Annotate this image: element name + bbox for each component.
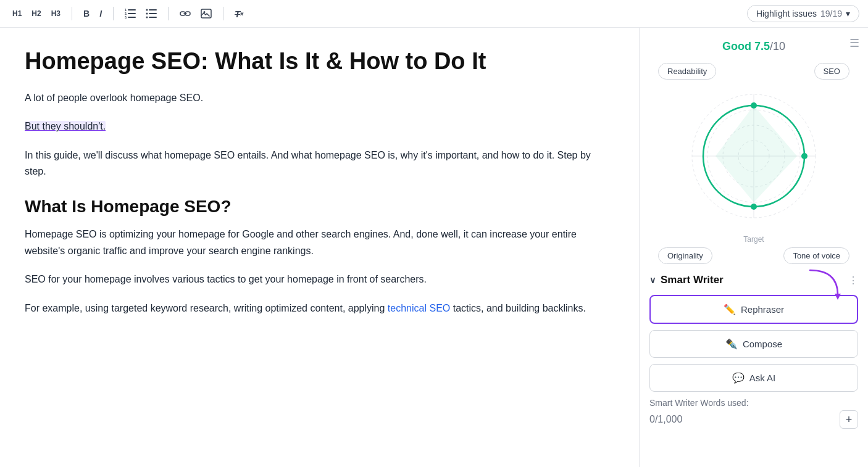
radar-top-labels: Readability SEO [652, 63, 856, 80]
seo-label[interactable]: SEO [814, 63, 849, 80]
unordered-list-button[interactable] [142, 6, 161, 21]
paragraph-4: SEO for your homepage involves various t… [25, 271, 614, 287]
svg-point-9 [146, 9, 148, 11]
paragraph-2: In this guide, we'll discuss what homepa… [25, 147, 614, 180]
svg-rect-8 [149, 17, 157, 18]
bold-button[interactable]: B [80, 7, 93, 20]
target-label: Target [652, 235, 856, 244]
rephraser-button-container: ✏️ Rephraser [649, 295, 858, 324]
article-title: Homepage SEO: What Is It & How to Do It [25, 48, 614, 75]
svg-point-22 [751, 102, 757, 109]
h3-button[interactable]: H3 [48, 7, 64, 20]
smart-writer-header: ∨ Smart Writer ⋮ [649, 274, 858, 286]
divider-2 [113, 7, 114, 20]
svg-marker-20 [716, 105, 797, 202]
divider-1 [72, 7, 72, 20]
originality-label[interactable]: Originality [658, 247, 712, 264]
svg-rect-1 [128, 13, 136, 14]
highlight-count: 19/19 [820, 9, 842, 19]
highlight-label: Highlight issues [756, 9, 817, 19]
rephraser-button[interactable]: ✏️ Rephraser [649, 295, 858, 324]
image-button[interactable] [197, 6, 215, 21]
panel-menu-icon[interactable]: ☰ [849, 36, 859, 50]
score-section: Good 7.5/10 Readability SEO [640, 28, 868, 264]
technical-seo-link[interactable]: technical SEO [388, 303, 450, 313]
paragraph-1: A lot of people overlook homepage SEO. [25, 90, 614, 106]
paragraph-5-before-link: For example, using targeted keyword rese… [25, 303, 388, 313]
radar-chart [680, 82, 828, 230]
svg-point-24 [751, 204, 757, 210]
score-denom: /10 [770, 40, 785, 52]
heading-2: What Is Homepage SEO? [25, 197, 614, 217]
divider-3 [168, 7, 169, 20]
svg-rect-6 [149, 9, 157, 10]
words-used-row: 0/1,000 + [649, 410, 858, 429]
paragraph-5: For example, using targeted keyword rese… [25, 300, 614, 316]
right-panel: ☰ Good 7.5/10 Readability SEO [640, 28, 868, 467]
score-value: 7.5 [754, 40, 770, 52]
list-group: 1.2.3. [121, 6, 161, 21]
ask-ai-icon: 💬 [732, 372, 745, 384]
smart-writer-section: ∨ Smart Writer ⋮ ✏️ Rephraser ✒️ [640, 264, 868, 429]
ask-ai-button[interactable]: 💬 Ask AI [649, 364, 858, 392]
svg-text:3.: 3. [125, 15, 128, 19]
highlighted-sentence: But they shouldn't. [25, 121, 106, 131]
h1-button[interactable]: H1 [9, 7, 25, 20]
svg-rect-0 [128, 9, 136, 10]
compose-button[interactable]: ✒️ Compose [649, 330, 858, 358]
svg-rect-2 [128, 17, 136, 18]
format-group: B I [80, 7, 106, 20]
radar-bottom-labels: Originality Tone of voice [652, 247, 856, 264]
main-layout: Homepage SEO: What Is It & How to Do It … [0, 28, 868, 467]
compose-icon: ✒️ [725, 338, 738, 350]
smart-writer-title: ∨ Smart Writer [649, 274, 724, 286]
svg-point-23 [801, 153, 807, 159]
add-words-button[interactable]: + [840, 410, 858, 429]
words-used-count: 0/1,000 [649, 414, 682, 425]
highlight-issues-button[interactable]: Highlight issues 19/19 ▾ [747, 5, 859, 22]
editor-area[interactable]: Homepage SEO: What Is It & How to Do It … [0, 28, 640, 467]
chevron-down-icon: ▾ [846, 9, 850, 19]
chevron-down-icon[interactable]: ∨ [649, 275, 656, 285]
svg-rect-7 [149, 13, 157, 14]
readability-label[interactable]: Readability [658, 63, 716, 80]
paragraph-3: Homepage SEO is optimizing your homepage… [25, 226, 614, 259]
italic-button[interactable]: I [96, 7, 106, 20]
editor-toolbar: H1 H2 H3 B I 1.2.3. Tx Highlight issues … [0, 0, 868, 28]
score-good-text: Good [722, 40, 751, 52]
svg-point-10 [146, 13, 148, 15]
ordered-list-button[interactable]: 1.2.3. [121, 6, 140, 21]
score-label: Good 7.5/10 [652, 40, 856, 53]
words-used-label: Smart Writer Words used: [649, 398, 858, 408]
divider-4 [223, 7, 223, 20]
clear-format-button[interactable]: Tx [231, 7, 247, 21]
paragraph-5-after-link: tactics, and building backlinks. [450, 303, 586, 313]
paragraph-highlighted: But they shouldn't. [25, 118, 614, 134]
smart-writer-info-icon[interactable]: ⋮ [848, 275, 858, 286]
tone-of-voice-label[interactable]: Tone of voice [783, 247, 849, 264]
insert-group [176, 6, 215, 21]
h2-button[interactable]: H2 [28, 7, 44, 20]
link-button[interactable] [176, 7, 194, 20]
heading-group: H1 H2 H3 [9, 7, 64, 20]
svg-point-11 [146, 17, 148, 19]
rephraser-icon: ✏️ [724, 304, 736, 315]
